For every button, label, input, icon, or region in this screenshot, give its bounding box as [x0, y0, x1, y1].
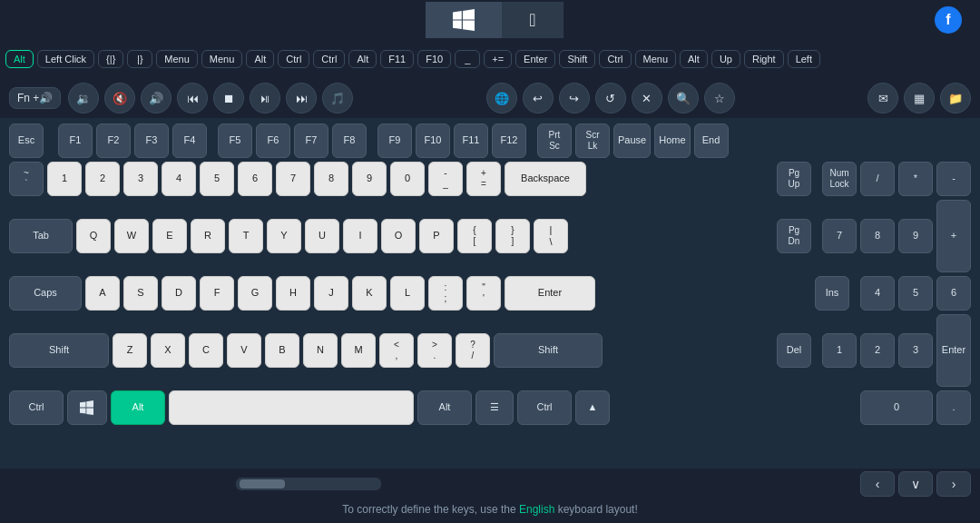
- apple-tab[interactable]: : [502, 2, 563, 38]
- key-num-minus[interactable]: -: [936, 162, 971, 196]
- shortcut-key-alt3[interactable]: Alt: [348, 50, 377, 68]
- key-f9[interactable]: F9: [377, 123, 412, 158]
- key-alt-right[interactable]: Alt: [417, 390, 472, 425]
- shortcut-key-alt2[interactable]: Alt: [246, 50, 274, 68]
- shortcut-key-left-click[interactable]: Left Click: [37, 50, 94, 68]
- key-num-3[interactable]: 3: [898, 333, 933, 368]
- key-f4[interactable]: F4: [172, 123, 207, 158]
- key-k[interactable]: K: [352, 276, 387, 311]
- media-btn-vol-down[interactable]: 🔉: [68, 83, 99, 113]
- shortcut-key-alt[interactable]: Alt: [5, 50, 34, 68]
- key-y[interactable]: Y: [267, 219, 301, 253]
- key-bracket-close[interactable]: }]: [495, 219, 530, 253]
- key-num-4[interactable]: 4: [860, 276, 895, 311]
- key-0[interactable]: 0: [390, 162, 425, 196]
- key-2[interactable]: 2: [85, 162, 120, 196]
- key-period[interactable]: >.: [417, 333, 452, 368]
- key-m[interactable]: M: [341, 333, 376, 368]
- shortcut-key-up[interactable]: Up: [711, 50, 740, 68]
- media-btn-play[interactable]: ⏯: [250, 83, 280, 113]
- key-home[interactable]: Home: [654, 123, 690, 158]
- key-r[interactable]: R: [191, 219, 225, 253]
- media-btn-forward[interactable]: ↪: [559, 83, 590, 113]
- key-num-2[interactable]: 2: [860, 333, 895, 368]
- key-t[interactable]: T: [229, 219, 263, 253]
- key-num-9[interactable]: 9: [898, 219, 933, 253]
- key-backspace[interactable]: Backspace: [505, 162, 586, 196]
- key-f1[interactable]: F1: [58, 123, 93, 158]
- key-x[interactable]: X: [151, 333, 185, 368]
- shortcut-key-alt4[interactable]: Alt: [680, 50, 708, 68]
- media-btn-vol-up[interactable]: 🔊: [141, 83, 172, 113]
- key-f5[interactable]: F5: [218, 123, 252, 158]
- media-btn-refresh[interactable]: ↺: [595, 83, 626, 113]
- key-end[interactable]: End: [694, 123, 729, 158]
- key-num-5[interactable]: 5: [898, 276, 933, 311]
- key-num-6[interactable]: 6: [936, 276, 971, 311]
- shortcut-key-plus-eq[interactable]: +=: [484, 50, 512, 68]
- key-numlk[interactable]: NumLock: [822, 162, 857, 196]
- key-num-plus[interactable]: +: [936, 200, 971, 272]
- key-e[interactable]: E: [152, 219, 187, 253]
- key-shift-right[interactable]: Shift: [494, 333, 603, 368]
- key-del[interactable]: Del: [777, 333, 811, 368]
- key-f[interactable]: F: [200, 276, 234, 311]
- shortcut-key-f10[interactable]: F10: [417, 50, 451, 68]
- shortcut-key-left[interactable]: Left: [788, 50, 820, 68]
- key-b[interactable]: B: [265, 333, 299, 368]
- shortcut-key-dash[interactable]: _: [455, 50, 480, 68]
- media-btn-calc[interactable]: ▦: [904, 83, 935, 113]
- shortcut-key-close-brace[interactable]: |}: [127, 50, 152, 68]
- media-btn-globe[interactable]: 🌐: [486, 83, 517, 113]
- shortcut-key-ctrl2[interactable]: Ctrl: [313, 50, 345, 68]
- key-5[interactable]: 5: [200, 162, 234, 196]
- key-g[interactable]: G: [238, 276, 272, 311]
- key-ins[interactable]: Ins: [815, 276, 849, 311]
- key-ctrl-left[interactable]: Ctrl: [9, 390, 64, 425]
- shortcut-key-menu1[interactable]: Menu: [156, 50, 198, 68]
- media-btn-search[interactable]: 🔍: [668, 83, 699, 113]
- key-l[interactable]: L: [390, 276, 425, 311]
- nav-down-button[interactable]: ∨: [898, 471, 933, 497]
- key-num-1[interactable]: 1: [822, 333, 857, 368]
- scrollbar-thumb[interactable]: [240, 479, 285, 488]
- key-p[interactable]: P: [419, 219, 454, 253]
- key-1[interactable]: 1: [47, 162, 82, 196]
- key-f11[interactable]: F11: [454, 123, 488, 158]
- key-z[interactable]: Z: [113, 333, 147, 368]
- key-menu[interactable]: ☰: [475, 390, 514, 425]
- key-d[interactable]: D: [162, 276, 196, 311]
- key-v[interactable]: V: [227, 333, 261, 368]
- key-4[interactable]: 4: [162, 162, 196, 196]
- media-btn-back[interactable]: ↩: [523, 83, 554, 113]
- media-btn-folder[interactable]: 📁: [940, 83, 971, 113]
- key-j[interactable]: J: [314, 276, 348, 311]
- facebook-button[interactable]: f: [935, 6, 962, 34]
- key-ctrl-right[interactable]: Ctrl: [517, 390, 572, 425]
- key-q[interactable]: Q: [76, 219, 111, 253]
- key-pgup[interactable]: PgUp: [777, 162, 811, 196]
- key-f12[interactable]: F12: [492, 123, 526, 158]
- shortcut-key-shift1[interactable]: Shift: [559, 50, 595, 68]
- key-c[interactable]: C: [189, 333, 223, 368]
- key-slash[interactable]: ?/: [456, 333, 490, 368]
- key-i[interactable]: I: [343, 219, 377, 253]
- key-semicolon[interactable]: :;: [428, 276, 463, 311]
- key-7[interactable]: 7: [276, 162, 310, 196]
- key-num-0[interactable]: 0: [860, 390, 933, 425]
- key-pgdn[interactable]: PgDn: [777, 219, 811, 253]
- key-prtsc[interactable]: PrtSc: [537, 123, 572, 158]
- key-3[interactable]: 3: [123, 162, 158, 196]
- key-pause[interactable]: Pause: [613, 123, 651, 158]
- key-tilde[interactable]: ~`: [9, 162, 44, 196]
- key-6[interactable]: 6: [238, 162, 272, 196]
- shortcut-key-ctrl1[interactable]: Ctrl: [278, 50, 309, 68]
- key-scrlk[interactable]: ScrLk: [575, 123, 610, 158]
- media-btn-close[interactable]: ✕: [632, 83, 662, 113]
- key-esc[interactable]: Esc: [9, 123, 44, 158]
- shortcut-key-enter1[interactable]: Enter: [515, 50, 555, 68]
- key-arrow-up[interactable]: ▲: [575, 390, 610, 425]
- key-a[interactable]: A: [85, 276, 120, 311]
- key-bracket-open[interactable]: {[: [457, 219, 492, 253]
- media-btn-music[interactable]: 🎵: [322, 83, 353, 113]
